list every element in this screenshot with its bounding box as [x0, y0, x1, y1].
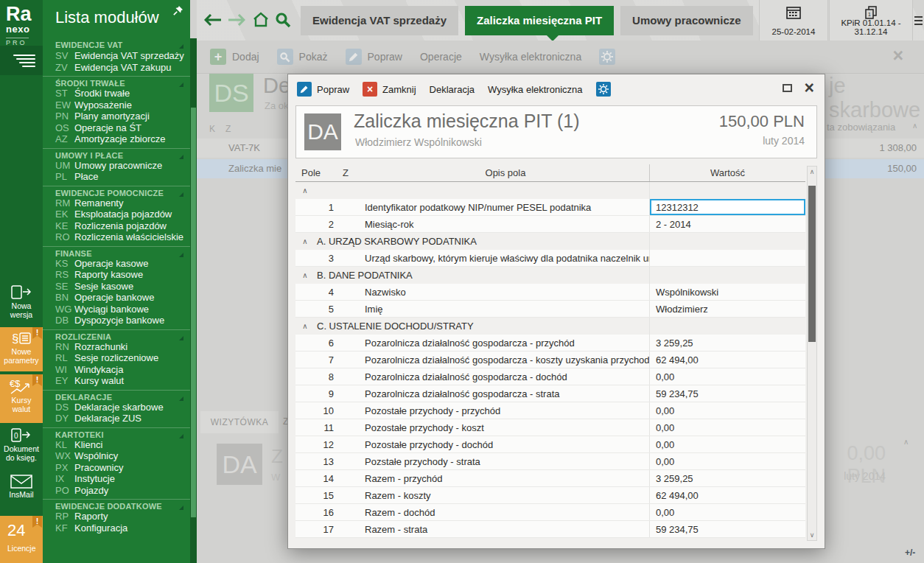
row-field-value[interactable]: 0,00 [649, 419, 805, 436]
row-collapse-icon[interactable]: ∧ [295, 233, 315, 250]
list-settings-button[interactable] [599, 49, 615, 65]
sidebar-entry[interactable]: PN Plany amortyzacji [43, 111, 190, 122]
row-collapse-icon[interactable]: ∧ [295, 470, 315, 486]
row-field-value[interactable]: 2 - 2014 [649, 216, 805, 232]
sidebar-entry[interactable]: RP Raporty [43, 511, 190, 522]
row-field-value[interactable] [649, 182, 805, 199]
row-collapse-icon[interactable]: ∧ [295, 436, 315, 452]
tab-zaliczka-miesieczna-pit[interactable]: Zaliczka miesięczna PIT [465, 6, 614, 35]
row-collapse-icon[interactable]: ∧ [295, 504, 315, 520]
sidebar-entry[interactable]: UMOWY I PŁACE [43, 148, 190, 160]
table-row[interactable]: ∧ 14 Razem - przychód 3 259,25 [295, 470, 805, 487]
work-date-selector[interactable]: 25-02-2014 [759, 0, 828, 41]
sidebar-entry[interactable]: DEKLARACJE [43, 390, 190, 402]
home-button[interactable] [253, 12, 269, 31]
sidebar-entry[interactable]: EWIDENCJE VAT [43, 38, 190, 50]
sidebar-entry[interactable]: SV Ewidencja VAT sprzedaży [43, 50, 190, 62]
table-row[interactable]: ∧ 10 Pozostałe przychody - przychód 0,00 [295, 402, 805, 419]
dialog-maximize-button[interactable] [783, 84, 792, 92]
column-header-wartosc[interactable]: Wartość [649, 164, 805, 181]
table-row[interactable]: ∧ B. DANE PODATNIKA [295, 267, 805, 284]
row-field-value[interactable] [649, 250, 805, 266]
row-collapse-icon[interactable]: ∧ [295, 182, 315, 199]
tab-ewidencja-vat-sprzedazy[interactable]: Ewidencja VAT sprzedaży [301, 6, 458, 35]
table-row[interactable]: ∧ 11 Pozostałe przychody - koszt 0,00 [295, 419, 805, 436]
table-row[interactable]: ∧ 4 Nazwisko Wspólnikowski [295, 284, 805, 301]
row-collapse-icon[interactable]: ∧ [295, 368, 315, 385]
operacje-menu[interactable]: Operacje [420, 51, 462, 63]
row-field-value[interactable]: 0,00 [649, 453, 805, 469]
row-field-value[interactable]: 3 259,25 [649, 470, 805, 486]
rail-item-dokument-do-ksieg[interactable]: 0 Dokument do księg. [0, 424, 43, 463]
forward-button[interactable] [228, 14, 245, 29]
row-collapse-icon[interactable]: ∧ [295, 402, 315, 419]
table-row[interactable]: ∧ 12 Pozostałe przychody - dochód 0,00 [295, 436, 805, 453]
rail-item-insmail[interactable]: InsMail [0, 470, 43, 507]
row-field-value[interactable] [649, 318, 805, 335]
row-collapse-icon[interactable]: ∧ [295, 352, 315, 368]
table-row[interactable]: ∧ 5 Imię Włodzimierz [295, 301, 805, 318]
row-collapse-icon[interactable]: ∧ [295, 419, 315, 436]
sidebar-entry[interactable]: DY Deklaracje ZUS [43, 413, 190, 424]
table-row[interactable]: ∧ 16 Razem - dochód 0,00 [295, 504, 805, 521]
sidebar-entry[interactable]: KF Konfiguracja [43, 522, 190, 534]
table-row[interactable]: ∧ 13 Pozstałe przychody - strata 0,00 [295, 453, 805, 470]
row-field-value[interactable]: Wspólnikowski [649, 284, 805, 300]
scroll-down-icon[interactable]: ∨ [808, 531, 816, 539]
row-collapse-icon[interactable]: ∧ [295, 487, 315, 503]
row-collapse-icon[interactable]: ∧ [295, 216, 315, 232]
row-field-value[interactable]: 62 494,00 [649, 487, 805, 503]
table-row[interactable]: ∧ [295, 182, 805, 199]
dialog-settings-button[interactable] [596, 82, 611, 97]
sidebar-scrollbar-thumb[interactable] [191, 108, 196, 517]
sidebar-entry[interactable]: KE Rozliczenia pojazdów [43, 220, 190, 232]
sidebar-entry[interactable]: EWIDENCJE POMOCNICZE [43, 186, 190, 197]
row-collapse-icon[interactable]: ∧ [295, 267, 315, 284]
column-header-opis-pola[interactable]: Opis pola [362, 164, 649, 181]
row-field-value[interactable] [649, 267, 805, 284]
column-header-z[interactable]: Z [343, 164, 362, 181]
active-module-icon[interactable] [0, 46, 43, 75]
sidebar-entry[interactable]: RL Sesje rozliczeniowe [43, 352, 190, 364]
sidebar-entry[interactable]: PO Pojazdy [43, 485, 190, 497]
table-row[interactable]: ∧ 7 Pozarolnicza działalność gospodarcza… [295, 352, 805, 368]
sidebar-entry[interactable]: EK Eksploatacja pojazdów [43, 209, 190, 220]
row-collapse-icon[interactable]: ∧ [295, 453, 315, 469]
row-field-value[interactable]: 12312312 [649, 199, 805, 215]
row-collapse-icon[interactable]: ∧ [295, 199, 315, 215]
sidebar-entry[interactable]: UM Umowy pracownicze [43, 160, 190, 172]
row-field-value[interactable]: 0,00 [649, 436, 805, 452]
back-button[interactable] [204, 14, 222, 29]
pokaz-button[interactable]: Pokaż [277, 49, 328, 65]
row-field-value[interactable]: 0,00 [649, 368, 805, 385]
row-collapse-icon[interactable]: ∧ [295, 250, 315, 266]
sidebar-entry[interactable]: PL Płace [43, 171, 190, 183]
sidebar-entry[interactable]: ZV Ewidencja VAT zakupu [43, 62, 190, 74]
sidebar-entry[interactable]: BN Operacje bankowe [43, 292, 190, 304]
window-menu-icon[interactable] [914, 16, 923, 27]
row-field-value[interactable]: 59 234,75 [649, 385, 805, 402]
row-field-value[interactable]: 59 234,75 [649, 521, 805, 537]
sidebar-entry[interactable]: KS Operacje kasowe [43, 258, 190, 270]
table-row[interactable]: ∧ 2 Miesiąc-rok 2 - 2014 [295, 216, 805, 233]
table-row[interactable]: ∧ 17 Razem - strata 59 234,75 [295, 521, 805, 538]
sidebar-entry[interactable]: EW Wyposażenie [43, 99, 190, 111]
row-field-value[interactable]: 3 259,25 [649, 335, 805, 351]
dialog-scrollbar-thumb[interactable] [808, 186, 816, 342]
wysylka-elektroniczna-menu[interactable]: Wysyłka elektroniczna [480, 51, 581, 63]
sidebar-entry[interactable]: ST Środki trwałe [43, 88, 190, 99]
sidebar-entry[interactable]: SE Sesje kasowe [43, 281, 190, 293]
sidebar-entry[interactable]: PX Pracownicy [43, 462, 190, 474]
sidebar-entry[interactable]: ŚRODKI TRWAŁE [43, 76, 190, 88]
rail-item-nowe-parametry[interactable]: ! § Nowe parametry [0, 327, 43, 371]
sidebar-entry[interactable]: WI Windykacja [43, 364, 190, 376]
column-header-pole[interactable]: Pole [301, 164, 343, 181]
sidebar-entry[interactable]: RO Rozliczenia właścicielskie [43, 231, 190, 243]
search-icon[interactable] [275, 12, 291, 31]
scroll-up-icon[interactable]: ∧ [808, 168, 816, 175]
row-collapse-icon[interactable]: ∧ [295, 385, 315, 402]
rail-item-kursy-walut[interactable]: ! €$ Kursy walut [0, 374, 43, 423]
table-row[interactable]: ∧ 3 Urząd skarbowy, którym kieruje właśc… [295, 250, 805, 267]
sidebar-entry[interactable]: KL Klienci [43, 439, 190, 451]
rail-item-licencje[interactable]: ! 24 Licencje [0, 516, 43, 563]
